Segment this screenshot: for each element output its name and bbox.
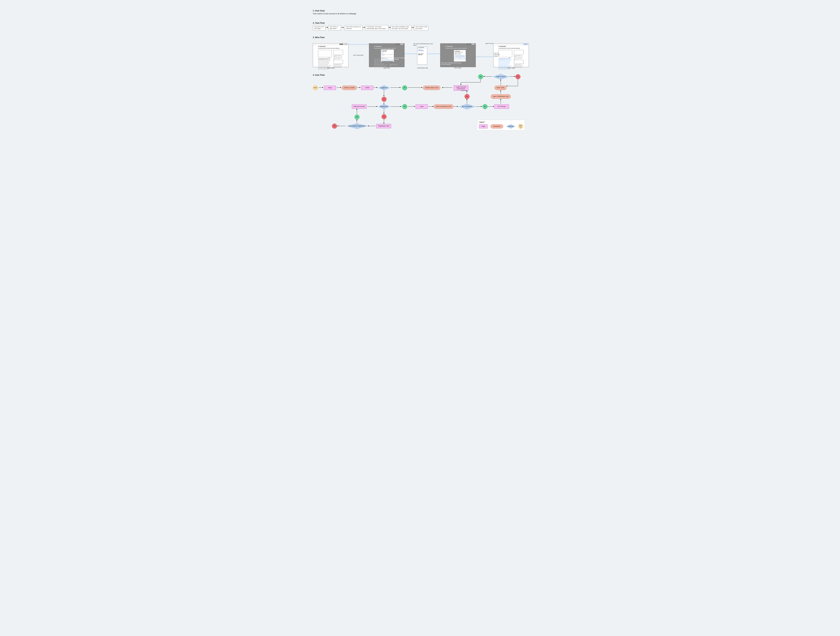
wire-caption-2: Login Mask — [369, 67, 404, 69]
login-pill: Login — [344, 44, 347, 45]
headline: Lorem ipsum dolor sit amet, consectetur … — [499, 48, 520, 49]
node-registration-site: Registration Site — [376, 124, 391, 128]
node-no-codeok: No — [515, 74, 521, 79]
node-page: Page — [324, 86, 336, 90]
signup-pill: Sign up — [467, 44, 471, 45]
annot-click-login: click on login button — [353, 54, 363, 56]
arrow-icon — [467, 99, 467, 104]
wireframe-login: Sign up Login XY MAGAZIN Lorem ipsum dol… — [369, 43, 404, 67]
wireframe-authenticator-phone: Authenticator XY MAGAZIN 035 023 Crypto … — [417, 47, 427, 65]
side-head: Lorem ipsum dolor sit amet — [390, 64, 399, 66]
code-2: 394 292 — [418, 54, 426, 55]
node-start: Start — [313, 85, 318, 90]
node-clicks-article: Clicks on Article — [342, 86, 357, 90]
node-code-correct: Code Correct? — [492, 74, 509, 80]
side-image — [514, 50, 524, 55]
arrow-icon — [501, 90, 501, 94]
legend: Legend Page Interaction Decision Start /… — [477, 120, 525, 131]
checkbox-icon — [382, 58, 383, 59]
headline: Lorem ipsum dolor sit amet, consectetur … — [445, 48, 467, 49]
node-yes-2fa: Yes — [483, 104, 488, 109]
node-login: Login — [415, 104, 428, 109]
side-body: Lorem ipsum dolor sit amet, consectetur … — [333, 56, 343, 60]
task-step-2: User clicks on login button — [328, 25, 341, 31]
node-logged-in: Logged in? — [378, 85, 390, 90]
wire-caption-3: Authenticator App — [413, 67, 432, 69]
login-pill: Login — [400, 44, 403, 45]
side-image — [333, 50, 343, 55]
arrow-icon — [325, 27, 328, 28]
node-reads-end: Reads Article / End — [423, 86, 441, 90]
lock-icon — [455, 53, 456, 55]
wire-caption-4: 2FA Prompt — [440, 67, 475, 69]
twofa-title: Two-factor Authentication — [455, 52, 465, 52]
node-no-succreg: No — [332, 124, 337, 129]
signup-pill: Sign up — [396, 44, 399, 45]
annot-open-auth: User opens authenticator app on their ph… — [413, 43, 433, 46]
arrow-icon — [501, 80, 501, 85]
diagram-canvas: 1. User Goal User wants to have access t… — [299, 0, 541, 148]
signup-pill: Sign up — [339, 44, 343, 45]
code-boxes — [455, 55, 465, 57]
remember-label: Remember me? — [383, 58, 387, 59]
node-login-success: Login Success Confirmation — [453, 85, 468, 91]
node-2fa-activated: 2FA Activated? — [458, 104, 476, 109]
task-step-6: User is able to read any content. — [414, 25, 428, 31]
login-button: Login — [455, 58, 465, 59]
login-pill: Login — [472, 44, 475, 45]
wireframe-home: Sign up Login XY MAGAZIN Lorem ipsum dol… — [313, 43, 349, 67]
brand: XY MAGAZIN — [445, 46, 453, 47]
section-1-text: User wants to have access to all article… — [313, 13, 356, 14]
side-image-2 — [333, 60, 343, 64]
node-yes-registered: Yes — [402, 104, 407, 109]
lock-icon — [328, 58, 330, 59]
code-1: 035 023 — [418, 50, 426, 51]
login-button: Login — [382, 59, 393, 61]
pw-value — [382, 56, 393, 57]
unlock-icon — [509, 58, 510, 59]
arrow-icon — [341, 27, 344, 28]
arrow-icon — [363, 27, 365, 28]
annot-login-success: Login Success! — [485, 43, 493, 44]
annot-enter-code: User enters verification code from app i… — [441, 62, 461, 65]
section-4-title: 4. User Flow — [313, 74, 325, 76]
legend-interaction: Interaction — [491, 124, 503, 128]
user-pill: User_043 — [524, 44, 528, 45]
node-registered: Registered? — [378, 104, 390, 109]
twofa-hint: Please enter your accesscode below — [457, 53, 463, 55]
brand: XY MAGAZIN — [499, 46, 506, 47]
line — [518, 79, 518, 86]
pw-label: password — [382, 55, 393, 56]
login-title: Member Login — [382, 51, 393, 52]
arrow-icon — [411, 27, 414, 28]
wire-caption-5: Home Page — [493, 67, 529, 69]
line — [480, 79, 481, 82]
brand: XY MAGAZIN — [374, 46, 382, 47]
section-2-title: 2. Task Flow — [313, 22, 325, 24]
node-open-auth: open Authenticator App — [491, 94, 511, 99]
task-step-1: User goes to the home page — [313, 25, 325, 31]
node-2fa-prompt: 2FA Prompt — [494, 104, 509, 109]
section-3-title: 3. Wire Flow — [313, 36, 325, 39]
login-card: XY MAGAZIN Member Login email john_doe p… — [381, 49, 394, 62]
node-succ-registered: Successfully Registered? — [346, 123, 368, 129]
email-value: john_doe — [382, 54, 393, 55]
headline: Lorem ipsum dolor sit amet, consectetur … — [318, 48, 339, 49]
node-enter-up: Enter Username & PW — [434, 104, 453, 109]
annot-enter-credentials: User enters Username & Password — [393, 57, 407, 60]
arrow-icon — [509, 76, 515, 77]
app-title: Authenticator — [419, 47, 424, 48]
annot-access-content: User can access any content. — [494, 52, 501, 57]
legend-start-end: Start / End — [518, 124, 523, 129]
node-enter-code: Enter Code — [494, 86, 507, 90]
node-yes-1: Yes — [402, 85, 407, 90]
side-image-2 — [514, 60, 524, 64]
arrow-icon — [501, 99, 501, 104]
legend-title: Legend — [479, 121, 523, 123]
cancel-button: Cancel — [382, 61, 393, 63]
node-article: Article — [361, 86, 373, 90]
arrow-icon — [483, 76, 492, 77]
headline: Lorem ipsum dolor sit amet, consectetur … — [374, 48, 395, 49]
brand: XY MAGAZIN — [318, 46, 325, 47]
side-body: Lorem ipsum dolor sit amet, consectetur … — [514, 56, 523, 60]
